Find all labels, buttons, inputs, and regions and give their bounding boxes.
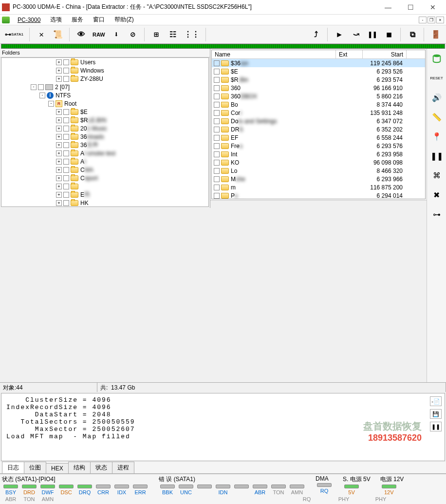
exit-button[interactable]: 🚪 (428, 27, 443, 42)
row-checkbox[interactable] (214, 93, 220, 99)
col-start[interactable]: Start (363, 50, 407, 58)
menu-选项[interactable]: 选项 (46, 15, 66, 25)
menu-帮助(Z)[interactable]: 帮助(Z) (111, 15, 137, 25)
step-button[interactable]: ⤻ (349, 27, 363, 42)
tree-checkbox[interactable] (63, 109, 69, 115)
tree-row[interactable]: +201 Music (1, 124, 208, 132)
tree-checkbox[interactable] (63, 142, 69, 148)
sound-icon[interactable]: 🔊 (430, 91, 444, 104)
tree-checkbox[interactable] (63, 117, 69, 123)
disc-button[interactable]: ⊘ (126, 27, 140, 42)
list-row[interactable]: 360DBOX5 860 216 (212, 92, 425, 100)
tree-row[interactable]: -iNTFS (1, 91, 208, 99)
col-name[interactable]: Name (212, 50, 336, 58)
graph-button[interactable]: ⋮⋮ (182, 27, 202, 42)
list-hscroll[interactable] (210, 200, 427, 208)
tree-row[interactable]: +E尚 (1, 190, 208, 199)
tree-row[interactable]: +CMA (1, 166, 208, 174)
tree-checkbox[interactable] (63, 192, 69, 198)
connector-icon[interactable]: ⊶ (430, 207, 444, 221)
minimize-button[interactable]: — (377, 0, 399, 15)
tree-checkbox[interactable] (63, 59, 69, 65)
tree-expand[interactable]: + (56, 184, 62, 189)
mdi-close[interactable]: × (436, 17, 444, 23)
tree-row[interactable]: +Users (1, 58, 208, 66)
tree-row[interactable]: +36文件 (1, 141, 208, 149)
list-row[interactable]: Int6 293 958 (212, 150, 425, 158)
tree-row[interactable]: +$RLE.BIN (1, 116, 208, 124)
mdi-minimize[interactable]: - (419, 17, 427, 23)
log-save-button[interactable]: 💾 (430, 409, 442, 419)
tree-expand[interactable]: + (56, 150, 62, 156)
row-checkbox[interactable] (214, 168, 220, 174)
play-button[interactable]: ▶ (332, 27, 347, 42)
tree-checkbox[interactable] (63, 200, 69, 206)
down-icon-button[interactable]: ⬇ (109, 27, 124, 42)
list-row[interactable]: DRS6 352 202 (212, 125, 425, 133)
mdi-restore[interactable]: ❐ (427, 17, 435, 23)
row-checkbox[interactable] (214, 176, 220, 182)
tree-checkbox[interactable] (63, 167, 69, 173)
tree-expand[interactable]: + (56, 59, 62, 65)
tree-expand[interactable]: + (56, 175, 62, 181)
tree-expand[interactable]: + (56, 159, 62, 165)
tree-checkbox[interactable] (63, 134, 69, 140)
tree-expand[interactable]: + (56, 142, 62, 148)
reset-icon[interactable]: RESET (430, 71, 444, 85)
tree-checkbox[interactable] (63, 126, 69, 131)
tree-expand[interactable]: + (56, 117, 62, 123)
list1-button[interactable]: ⊞ (149, 27, 164, 42)
close-button[interactable]: ✕ (422, 0, 444, 15)
chip-icon[interactable]: ⌘ (430, 168, 444, 182)
tab-HEX[interactable]: HEX (46, 463, 69, 473)
row-checkbox[interactable] (214, 85, 220, 91)
tab-位图[interactable]: 位图 (24, 462, 46, 473)
tree-row[interactable]: +$E (1, 108, 208, 116)
tab-日志[interactable]: 日志 (2, 462, 24, 473)
row-checkbox[interactable] (214, 77, 220, 83)
db-icon[interactable] (430, 52, 444, 65)
menu-app[interactable]: PC-3000 (14, 16, 44, 24)
list-row[interactable]: Lo8 466 320 (212, 167, 425, 175)
menu-窗口[interactable]: 窗口 (89, 15, 109, 25)
list-row[interactable]: $R.Bin6 293 574 (212, 75, 425, 84)
row-checkbox[interactable] (214, 160, 220, 166)
row-checkbox[interactable] (214, 151, 220, 157)
row-checkbox[interactable] (214, 102, 220, 108)
tree-expand[interactable]: + (56, 68, 62, 74)
tree-expand[interactable]: + (56, 167, 62, 173)
stop-button[interactable]: ■ (382, 27, 396, 42)
tree-checkbox[interactable] (38, 84, 44, 90)
export-button[interactable]: ⤴ (309, 27, 323, 42)
tree-expand[interactable]: + (56, 126, 62, 131)
list-row[interactable]: Ps6 294 014 (212, 191, 425, 199)
pause-button[interactable]: ❚❚ (365, 27, 380, 42)
list-row[interactable]: Mche6 293 966 (212, 175, 425, 183)
tree-checkbox[interactable] (63, 184, 69, 189)
tree-checkbox[interactable] (63, 175, 69, 181)
menu-服务[interactable]: 服务 (68, 15, 87, 25)
tree-expand[interactable]: + (56, 192, 62, 198)
tree-expand[interactable]: + (56, 134, 62, 140)
tree-row[interactable]: +Al smoke test (1, 149, 208, 157)
tree-row[interactable]: + (1, 182, 208, 190)
raw-button[interactable]: RAW (91, 27, 107, 42)
pin-icon[interactable]: 📍 (430, 130, 444, 143)
list-row[interactable]: 36096 166 910 (212, 84, 425, 92)
search-button[interactable]: 👁 (74, 27, 89, 42)
tree-checkbox[interactable] (63, 159, 69, 165)
tree-row[interactable]: +Ceport (1, 174, 208, 182)
list-row[interactable]: m116 875 200 (212, 183, 425, 191)
row-checkbox[interactable] (214, 193, 220, 199)
cross-icon[interactable]: ✖ (430, 188, 444, 202)
tree-row[interactable]: +36nloads (1, 132, 208, 141)
tree-expand[interactable]: + (56, 200, 62, 206)
folder-tree[interactable]: +Users+Windows+ZY-288U-2 [07]-iNTFS-RRoo… (1, 57, 209, 207)
list-row[interactable]: $36ion119 245 864 (212, 59, 425, 67)
tree-row[interactable]: -RRoot (1, 99, 208, 108)
tab-结构[interactable]: 结构 (68, 462, 91, 473)
tools-button[interactable]: ✕ (34, 27, 49, 42)
row-checkbox[interactable] (214, 60, 220, 66)
maximize-button[interactable]: ☐ (399, 0, 422, 15)
row-checkbox[interactable] (214, 110, 220, 116)
